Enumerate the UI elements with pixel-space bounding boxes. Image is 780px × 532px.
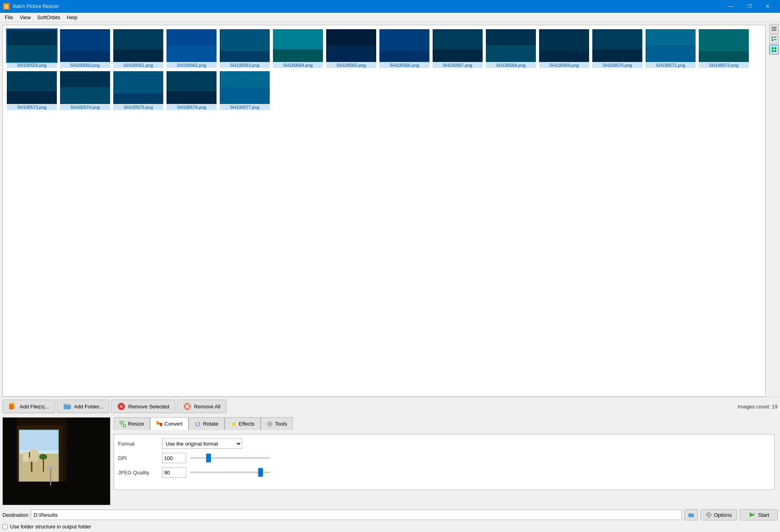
svg-rect-114 [772,28,776,29]
list-item[interactable]: SH100567.png [432,28,483,69]
menu-view[interactable]: View [16,14,34,21]
menu-help[interactable]: Help [64,14,81,21]
svg-rect-58 [60,71,110,104]
list-item[interactable]: SH100577.png [219,70,271,111]
options-button[interactable]: Options [700,509,737,520]
list-item[interactable]: SH100562.png [166,28,217,69]
format-select[interactable]: Use the original format JPEG PNG BMP TIF… [162,438,242,449]
menu-softorbits[interactable]: SoftOrbits [34,14,64,21]
jpeg-quality-slider-fill [190,472,258,473]
list-item[interactable]: SH100569.png [538,28,590,69]
start-label: Start [758,512,769,518]
dpi-input[interactable] [162,453,186,463]
list-item[interactable]: SH100568.png [485,28,537,69]
svg-rect-36 [486,29,536,62]
list-item[interactable]: SH100571.png [645,28,696,69]
list-item[interactable]: SH100574.png [59,70,111,111]
image-grid-container: SH100559.pngSH100560.pngSH100561.pngSH10… [2,25,766,397]
sidebar-list-view[interactable] [769,24,779,34]
tab-convert[interactable]: Convert [150,417,189,430]
svg-rect-116 [772,37,773,38]
image-filename: SH100574.png [60,104,110,110]
thumbnail-wrapper [7,71,57,104]
window-controls: — ❐ ✕ [722,0,777,13]
destination-input[interactable] [31,510,682,520]
svg-rect-91 [67,418,110,505]
add-folder-button[interactable]: Add Folder... [57,400,110,413]
thumbnail-wrapper [220,29,270,62]
dpi-row: DPI [118,453,770,463]
svg-rect-10 [113,29,163,62]
maximize-button[interactable]: ❐ [740,0,758,13]
svg-point-101 [269,423,271,425]
sidebar-grid-view[interactable] [769,45,779,54]
tab-effects[interactable]: Effects [225,417,261,430]
format-label: Format [118,441,158,447]
start-button[interactable]: Start [740,509,778,520]
folder-structure-checkbox[interactable] [2,524,8,529]
jpeg-quality-slider-thumb[interactable] [258,468,263,477]
image-filename: SH100571.png [646,62,696,68]
tab-rotate[interactable]: Rotate [188,417,224,430]
remove-all-label: Remove All [194,404,221,410]
list-item[interactable]: SH100565.png [325,28,377,69]
svg-rect-51 [699,29,749,62]
svg-rect-88 [30,450,38,462]
list-item[interactable]: SH100570.png [592,28,643,69]
list-item[interactable]: SH100575.png [112,70,164,111]
image-filename: SH100570.png [592,62,642,68]
svg-rect-92 [50,468,51,486]
image-filename: SH100561.png [113,62,163,68]
image-filename: SH100559.png [7,62,57,68]
format-row: Format Use the original format JPEG PNG … [118,438,770,449]
tab-tools[interactable]: Tools [261,417,293,430]
list-item[interactable]: SH100559.png [6,28,58,69]
tab-resize[interactable]: Resize [114,417,150,430]
list-item[interactable]: SH100563.png [219,28,271,69]
thumbnail-wrapper [273,29,323,62]
list-item[interactable]: SH100564.png [272,28,324,69]
resize-icon [120,421,126,427]
image-filename: SH100563.png [220,62,270,68]
minimize-button[interactable]: — [722,0,740,13]
svg-rect-94 [120,421,122,424]
close-button[interactable]: ✕ [758,0,777,13]
image-filename: SH100560.png [60,62,110,68]
list-item[interactable]: SH100560.png [59,28,111,69]
remove-all-icon [183,402,192,411]
resize-label: Resize [128,421,144,427]
list-item[interactable]: SH100572.png [698,28,750,69]
jpeg-quality-input[interactable] [162,467,186,478]
remove-selected-button[interactable]: Remove Selected [111,400,175,413]
sidebar-detail-view[interactable] [769,34,779,44]
dpi-slider-track [190,457,270,459]
tools-label: Tools [275,421,287,427]
image-filename: SH100577.png [220,104,270,110]
list-item[interactable]: SH100576.png [166,70,217,111]
destination-label: Destination [2,512,28,518]
svg-point-86 [39,454,47,460]
dpi-slider-thumb[interactable] [206,454,211,462]
start-icon [748,511,756,519]
convert-icon [156,420,162,427]
svg-rect-47 [646,29,696,62]
svg-rect-82 [20,430,58,450]
settings-panel: Resize Convert [110,417,778,505]
svg-rect-21 [273,29,323,62]
svg-rect-29 [379,29,429,62]
remove-all-button[interactable]: Remove All [177,400,227,413]
app-icon: 🖼 [3,3,10,10]
folder-structure-label[interactable]: Use folder structure in output folder [10,524,91,530]
convert-tab-content: Format Use the original format JPEG PNG … [114,434,774,490]
svg-rect-69 [220,71,270,104]
list-item[interactable]: SH100573.png [6,70,58,111]
thumbnail-wrapper [699,29,749,62]
list-item[interactable]: SH100561.png [112,28,164,69]
title-bar: 🖼 Batch Picture Resizer — ❐ ✕ [0,0,780,13]
destination-folder-button[interactable] [684,509,698,520]
menu-file[interactable]: File [2,14,16,21]
list-item[interactable]: SH100566.png [379,28,430,69]
add-files-button[interactable]: Add File(s)... [2,400,55,413]
svg-rect-65 [166,71,217,104]
preview-image [3,418,110,505]
